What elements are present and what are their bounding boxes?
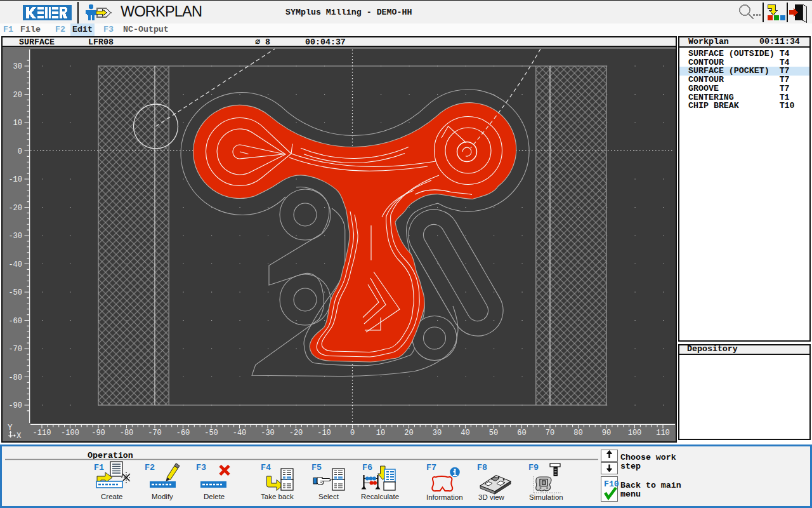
svg-text:-40: -40 bbox=[8, 260, 22, 269]
svg-text:20: 20 bbox=[13, 91, 22, 100]
svg-text:-50: -50 bbox=[204, 429, 218, 438]
svg-text:-90: -90 bbox=[8, 401, 22, 410]
svg-text:10: 10 bbox=[13, 119, 22, 128]
svg-text:-100: -100 bbox=[61, 429, 79, 438]
svg-text:-80: -80 bbox=[8, 373, 22, 382]
svg-text:20: 20 bbox=[404, 429, 413, 438]
svg-text:0: 0 bbox=[18, 147, 22, 156]
svg-text:X: X bbox=[16, 432, 22, 440]
svg-text:-30: -30 bbox=[8, 232, 22, 241]
svg-text:100: 100 bbox=[628, 429, 642, 438]
svg-text:80: 80 bbox=[573, 429, 582, 438]
svg-text:-70: -70 bbox=[148, 429, 162, 438]
svg-text:-30: -30 bbox=[261, 429, 275, 438]
svg-text:90: 90 bbox=[602, 429, 611, 438]
svg-text:-20: -20 bbox=[8, 204, 22, 213]
svg-text:0: 0 bbox=[350, 429, 355, 438]
svg-text:110: 110 bbox=[656, 429, 670, 438]
svg-text:30: 30 bbox=[13, 62, 22, 71]
svg-text:60: 60 bbox=[517, 429, 526, 438]
svg-text:-90: -90 bbox=[91, 429, 105, 438]
svg-text:-110: -110 bbox=[33, 429, 51, 438]
svg-text:10: 10 bbox=[376, 429, 385, 438]
svg-text:F10: F10 bbox=[604, 479, 619, 489]
svg-text:40: 40 bbox=[461, 429, 469, 438]
svg-text:70: 70 bbox=[546, 429, 554, 438]
svg-text:-80: -80 bbox=[120, 429, 134, 438]
svg-text:-60: -60 bbox=[176, 429, 190, 438]
svg-text:50: 50 bbox=[489, 429, 498, 438]
svg-text:-70: -70 bbox=[8, 345, 22, 354]
svg-text:-10: -10 bbox=[317, 429, 331, 438]
svg-text:-60: -60 bbox=[8, 317, 22, 326]
svg-text:-50: -50 bbox=[8, 288, 22, 297]
svg-text:Y: Y bbox=[8, 424, 13, 432]
svg-text:-10: -10 bbox=[8, 175, 22, 184]
svg-text:-20: -20 bbox=[289, 429, 303, 438]
svg-text:30: 30 bbox=[433, 429, 442, 438]
svg-text:-40: -40 bbox=[233, 429, 247, 438]
